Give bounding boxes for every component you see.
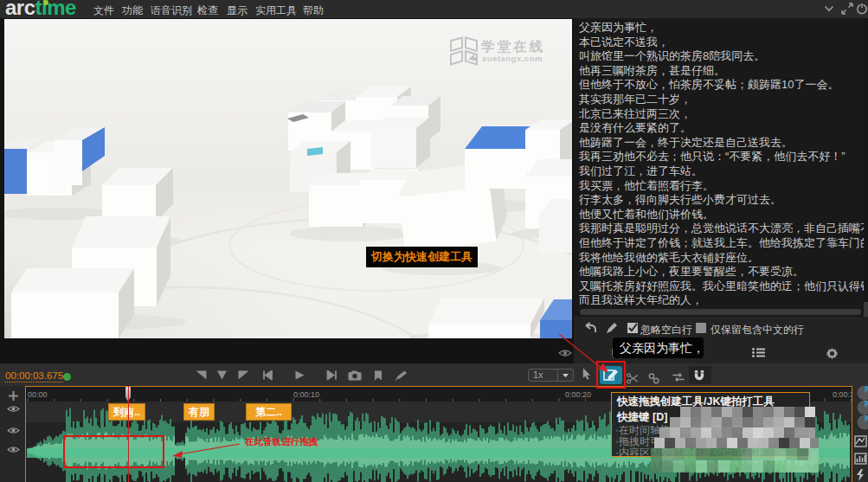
svg-text:xuetangx.com: xuetangx.com: [482, 54, 543, 63]
svg-text:学堂在线: 学堂在线: [481, 39, 545, 54]
